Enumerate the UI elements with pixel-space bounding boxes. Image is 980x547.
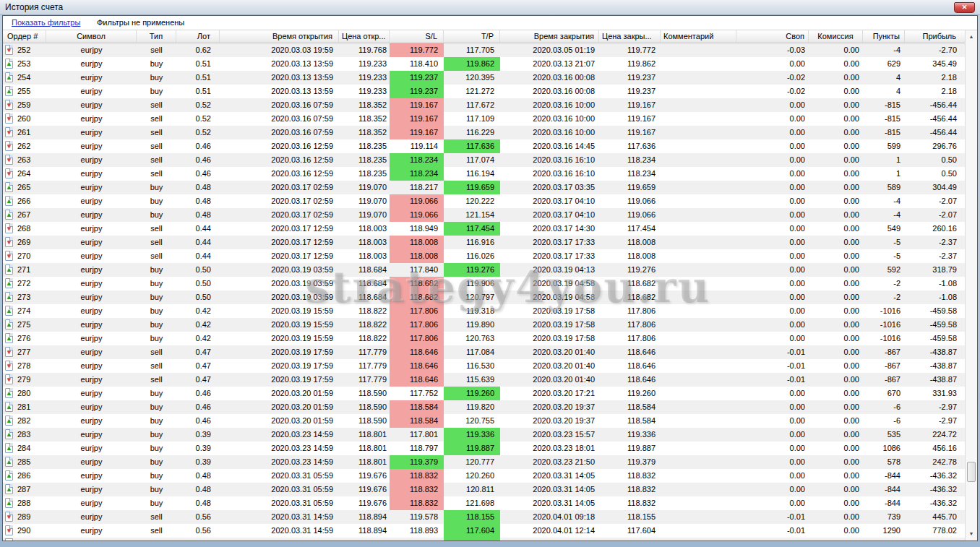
table-row[interactable]: ▼260eurjpysell0.522020.03.16 07:59118.35… — [3, 112, 965, 126]
column-header-sw[interactable]: Своп — [736, 30, 809, 43]
cell-sl: 118.646 — [390, 373, 444, 387]
column-header-tp[interactable]: T/P — [444, 30, 500, 43]
table-row[interactable]: ▲255eurjpybuy0.512020.03.13 13:59119.233… — [3, 85, 965, 98]
column-header-cp[interactable]: Цена закры... — [599, 30, 661, 43]
scrollbar-thumb[interactable] — [967, 462, 976, 482]
cell-com: 0.00 — [809, 524, 863, 538]
down-arrow-icon: ▼ — [6, 225, 12, 232]
cell-op: 117.779 — [339, 373, 390, 387]
table-row[interactable]: ▲282eurjpybuy0.462020.03.20 01:59118.590… — [3, 414, 965, 428]
cell-pf: -438.87 — [905, 345, 965, 359]
show-filters-link[interactable]: Показать фильтры — [12, 16, 80, 30]
sell-order-icon: ▼ — [5, 113, 13, 124]
table-row[interactable]: ▲253eurjpybuy0.512020.03.13 13:59119.233… — [3, 57, 965, 71]
table-row[interactable]: ▲273eurjpybuy0.502020.03.19 03:59118.684… — [3, 290, 965, 304]
table-row[interactable]: ▲283eurjpybuy0.392020.03.23 14:59118.801… — [3, 428, 965, 442]
table-row[interactable]: ▼252eurjpysell0.622020.03.03 19:59119.76… — [3, 43, 965, 57]
table-row[interactable]: ▲285eurjpybuy0.392020.03.23 14:59118.801… — [3, 455, 965, 469]
cell-tp: 116.026 — [444, 249, 500, 263]
column-header-pts[interactable]: Пункты — [863, 30, 905, 43]
column-header-pf[interactable]: Прибыль — [905, 30, 965, 43]
table-row[interactable]: ▲272eurjpybuy0.502020.03.19 03:59118.684… — [3, 277, 965, 290]
table-row[interactable]: ▼269eurjpysell0.442020.03.17 12:59118.00… — [3, 236, 965, 249]
cell-cp: 117.454 — [599, 222, 661, 236]
order-number-text: 274 — [17, 306, 30, 315]
table-row[interactable]: ▲275eurjpybuy0.422020.03.19 15:59118.822… — [3, 318, 965, 332]
table-row[interactable]: ▲271eurjpybuy0.502020.03.19 03:59118.684… — [3, 263, 965, 277]
cell-sl: 119.167 — [390, 112, 444, 126]
cell-order-number: ▲254 — [3, 71, 46, 85]
cell-pts: -815 — [863, 112, 905, 126]
table-row[interactable]: ▼268eurjpysell0.442020.03.17 12:59118.00… — [3, 222, 965, 236]
table-row[interactable]: ▲265eurjpybuy0.482020.03.17 02:59119.070… — [3, 181, 965, 194]
table-row[interactable]: ▲254eurjpybuy0.512020.03.13 13:59119.233… — [3, 71, 965, 85]
cell-pts: 589 — [863, 181, 905, 194]
column-header-lot[interactable]: Лот — [176, 30, 220, 43]
column-header-com[interactable]: Комиссия — [809, 30, 863, 43]
cell-tp: 120.777 — [444, 455, 500, 469]
table-row[interactable]: ▼278eurjpysell0.472020.03.19 17:59117.77… — [3, 359, 965, 373]
table-row[interactable]: ▼289eurjpysell0.562020.03.31 14:59118.89… — [3, 510, 965, 524]
cell-ct: 2020.03.16 10:00 — [500, 112, 599, 126]
table-row[interactable]: ▼270eurjpysell0.442020.03.17 12:59118.00… — [3, 249, 965, 263]
table-row[interactable]: ▲281eurjpybuy0.462020.03.20 01:59118.590… — [3, 400, 965, 414]
cell-ot: 2020.03.19 17:59 — [220, 373, 339, 387]
cell-tp: 121.272 — [444, 85, 500, 98]
cell-type: buy — [137, 400, 176, 414]
cell-tp: 119.318 — [444, 304, 500, 318]
close-button[interactable]: ✕ — [954, 2, 975, 13]
cell-ct: 2020.03.19 17:58 — [500, 318, 599, 332]
down-arrow-icon: ▼ — [6, 157, 12, 163]
table-row[interactable]: ▼264eurjpysell0.462020.03.16 12:59118.23… — [3, 167, 965, 181]
up-arrow-icon: ▲ — [6, 322, 12, 328]
vertical-scrollbar[interactable]: ▲ ▼ — [965, 30, 977, 540]
cell-sym: eurjpy — [46, 510, 137, 524]
cell-lot: 0.42 — [176, 332, 220, 345]
column-header-cm[interactable]: Комментарий — [661, 30, 736, 43]
table-row[interactable]: ▼290eurjpysell0.562020.03.31 14:59118.89… — [3, 524, 965, 538]
table-row[interactable]: ▲274eurjpybuy0.422020.03.19 15:59118.822… — [3, 304, 965, 318]
cell-order-number: ▲275 — [3, 318, 46, 332]
order-number-text: 267 — [17, 210, 30, 219]
cell-lot: 0.39 — [176, 442, 220, 455]
table-row[interactable]: ▲288eurjpybuy0.482020.03.31 05:59119.676… — [3, 496, 965, 510]
cell-sw: -0.01 — [736, 510, 809, 524]
table-row[interactable]: ▲284eurjpybuy0.392020.03.23 14:59118.801… — [3, 442, 965, 455]
table-row[interactable]: ▲286eurjpybuy0.482020.03.31 05:59119.676… — [3, 469, 965, 483]
table-row[interactable]: ▼259eurjpysell0.522020.03.16 07:59118.35… — [3, 98, 965, 112]
table-row[interactable]: ▲276eurjpybuy0.422020.03.19 15:59118.822… — [3, 332, 965, 345]
scroll-down-arrow-icon[interactable]: ▼ — [966, 529, 977, 539]
table-row[interactable]: ▼279eurjpysell0.472020.03.19 17:59117.77… — [3, 373, 965, 387]
column-header-op[interactable]: Цена откр... — [339, 30, 390, 43]
table-row[interactable]: ▼277eurjpysell0.472020.03.19 17:59117.77… — [3, 345, 965, 359]
cell-pts: -844 — [863, 469, 905, 483]
cell-cp: 118.832 — [599, 469, 661, 483]
cell-pts: -844 — [863, 483, 905, 496]
cell-sl: 118.217 — [390, 181, 444, 194]
table-row[interactable]: ▼262eurjpysell0.462020.03.16 12:59118.23… — [3, 139, 965, 153]
cell-sw: 0.00 — [736, 249, 809, 263]
table-row[interactable]: ▲280eurjpybuy0.462020.03.20 01:59118.590… — [3, 387, 965, 400]
table-row[interactable]: ▼261eurjpysell0.522020.03.16 07:59118.35… — [3, 126, 965, 139]
column-header-n[interactable]: Ордер # — [3, 30, 46, 43]
column-header-ct[interactable]: Время закрытия — [500, 30, 599, 43]
table-row[interactable]: ▲267eurjpybuy0.482020.03.17 02:59119.070… — [3, 208, 965, 222]
cell-sw: 0.00 — [736, 57, 809, 71]
cell-op: 119.070 — [339, 208, 390, 222]
cell-pf: 778.02 — [905, 524, 965, 538]
table-row[interactable]: ▲266eurjpybuy0.482020.03.17 02:59119.070… — [3, 194, 965, 208]
down-arrow-icon: ▼ — [6, 171, 12, 177]
column-header-ot[interactable]: Время открытия — [220, 30, 339, 43]
cell-lot: 0.48 — [176, 181, 220, 194]
cell-pf: -2.97 — [905, 414, 965, 428]
column-header-type[interactable]: Тип — [137, 30, 176, 43]
cell-pf: 0.50 — [905, 167, 965, 181]
table-row[interactable]: ▲287eurjpybuy0.482020.03.31 05:59119.676… — [3, 483, 965, 496]
column-header-sym[interactable]: Символ — [46, 30, 137, 43]
cell-cm — [661, 442, 736, 455]
scroll-up-arrow-icon[interactable]: ▲ — [966, 32, 977, 42]
cell-tp: 119.820 — [444, 400, 500, 414]
table-row[interactable]: ▼263eurjpysell0.462020.03.16 12:59118.23… — [3, 153, 965, 167]
cell-sl: 118.008 — [390, 236, 444, 249]
column-header-sl[interactable]: S/L — [390, 30, 444, 43]
